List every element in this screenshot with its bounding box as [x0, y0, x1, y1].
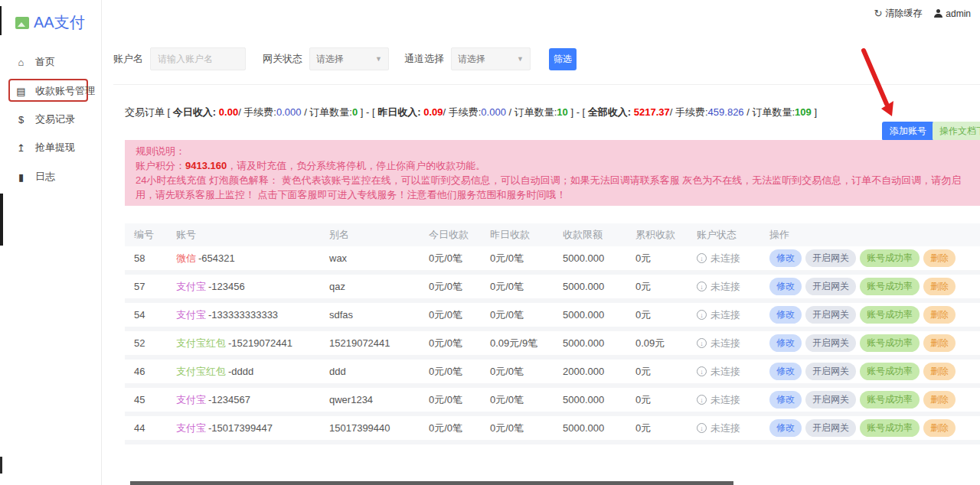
account-type: 支付宝红包 [176, 366, 226, 377]
account-name-input[interactable] [150, 47, 246, 70]
cell-limit: 5000.000 [554, 422, 626, 434]
sidebar: AA支付 ⌂ 首页 ▤ 收款账号管理 $ 交易记录 ↥ 抢单提现 ▮ 日志 [0, 0, 102, 485]
edit-button[interactable]: 修改 [769, 278, 802, 295]
success-rate-button[interactable]: 账号成功率 [860, 391, 920, 409]
brand-logo[interactable]: AA支付 [15, 12, 85, 33]
sidebar-item-account-mgmt[interactable]: ▤ 收款账号管理 [15, 84, 95, 98]
status-label: 未连接 [710, 308, 740, 322]
delete-button[interactable]: 删除 [923, 363, 956, 380]
sidebar-item-label: 日志 [35, 170, 55, 184]
cell-alias: qaz [320, 281, 420, 292]
cell-alias: ddd [320, 366, 420, 377]
add-account-button[interactable]: 添加账号 [882, 122, 934, 141]
cell-limit: 5000.000 [554, 337, 626, 349]
success-rate-button[interactable]: 账号成功率 [860, 419, 920, 437]
open-gateway-button[interactable]: 开启网关 [805, 249, 856, 267]
cell-id: 58 [125, 252, 167, 264]
success-rate-button[interactable]: 账号成功率 [860, 249, 920, 267]
cell-limit: 5000.000 [554, 252, 626, 264]
edit-button[interactable]: 修改 [769, 306, 802, 324]
notice-title: 规则说明： [136, 144, 969, 158]
gateway-status-label: 网关状态 [263, 52, 302, 66]
total-count-value: 109 [795, 106, 812, 118]
home-icon: ⌂ [15, 57, 27, 68]
yesterday-fee-value: 0.000 [481, 106, 506, 118]
account-type: 支付宝 [176, 309, 206, 321]
edit-button[interactable]: 修改 [769, 391, 802, 409]
delete-button[interactable]: 删除 [923, 334, 956, 352]
edit-button[interactable]: 修改 [769, 363, 802, 380]
cell-actions: 修改开启网关账号成功率删除 [760, 306, 980, 324]
notice-body: 24小时在线充值 灯泡颜色解释： 黄色代表该账号监控在线，可以监听到交易信息，可… [136, 173, 969, 202]
edit-button[interactable]: 修改 [769, 249, 802, 267]
edit-button[interactable]: 修改 [769, 334, 802, 352]
cell-id: 44 [125, 422, 167, 434]
delete-button[interactable]: 删除 [923, 306, 956, 324]
total-income-label: 全部收入: [588, 106, 631, 118]
doc-download-button[interactable]: 操作文档下载 [933, 122, 980, 141]
success-rate-button[interactable]: 账号成功率 [860, 334, 920, 352]
cell-today: 0元/0笔 [420, 252, 481, 265]
filter-submit-button[interactable]: 筛选 [549, 48, 577, 70]
cell-id: 46 [125, 366, 167, 377]
sidebar-item-transactions[interactable]: $ 交易记录 [15, 112, 75, 126]
open-gateway-button[interactable]: 开启网关 [805, 278, 856, 295]
cell-status: ↓未连接 [688, 308, 760, 322]
divider [113, 84, 980, 85]
gateway-status-select[interactable]: 请选择 ▼ [309, 47, 389, 70]
cell-actions: 修改开启网关账号成功率删除 [760, 363, 980, 380]
delete-button[interactable]: 删除 [923, 419, 956, 437]
cell-today: 0元/0笔 [420, 308, 481, 322]
cell-yesterday: 0元/0笔 [481, 280, 554, 294]
delete-button[interactable]: 删除 [923, 391, 956, 409]
disconnected-icon: ↓ [697, 338, 707, 348]
cell-id: 52 [125, 337, 167, 349]
scan-artifact [130, 481, 733, 485]
cell-id: 57 [125, 281, 167, 292]
cell-today: 0元/0笔 [420, 422, 481, 435]
clear-cache-button[interactable]: ↻ 清除缓存 [874, 7, 922, 20]
col-alias: 别名 [320, 228, 420, 242]
col-yesterday: 昨日收款 [481, 228, 554, 242]
delete-button[interactable]: 删除 [923, 249, 956, 267]
open-gateway-button[interactable]: 开启网关 [805, 419, 856, 437]
success-rate-button[interactable]: 账号成功率 [860, 363, 920, 380]
clear-cache-label: 清除缓存 [885, 7, 922, 20]
sidebar-item-home[interactable]: ⌂ 首页 [15, 55, 55, 69]
gateway-status-value: 请选择 [316, 53, 344, 66]
cell-alias: qwer1234 [320, 394, 420, 405]
col-id: 编号 [125, 228, 167, 242]
user-menu[interactable]: admin [934, 8, 971, 19]
cell-actions: 修改开启网关账号成功率删除 [760, 419, 980, 437]
cell-alias: 15017399440 [320, 422, 420, 434]
cell-today: 0元/0笔 [420, 280, 481, 294]
scan-artifact [0, 194, 3, 246]
account-name-label: 账户名 [113, 52, 143, 66]
sidebar-item-logs[interactable]: ▮ 日志 [15, 170, 55, 184]
open-gateway-button[interactable]: 开启网关 [805, 334, 856, 352]
disconnected-icon: ↓ [697, 395, 707, 405]
dollar-icon: $ [15, 114, 27, 125]
disconnected-icon: ↓ [697, 423, 707, 433]
open-gateway-button[interactable]: 开启网关 [805, 363, 856, 380]
edit-button[interactable]: 修改 [769, 419, 802, 437]
scan-artifact [0, 457, 2, 474]
cell-limit: 5000.000 [554, 394, 626, 405]
channel-select[interactable]: 请选择 ▼ [451, 47, 531, 70]
sidebar-item-withdraw[interactable]: ↥ 抢单提现 [15, 141, 75, 155]
chevron-down-icon: ▼ [517, 55, 524, 63]
total-fee-value: 459.826 [708, 106, 744, 118]
open-gateway-button[interactable]: 开启网关 [805, 306, 856, 324]
today-income-value: 0.00 [219, 106, 238, 118]
cell-id: 54 [125, 309, 167, 321]
account-number: -15017399447 [208, 422, 273, 434]
success-rate-button[interactable]: 账号成功率 [860, 306, 920, 324]
rules-notice: 规则说明： 账户积分：9413.160，请及时充值，负分系统将停机，停止你商户的… [125, 140, 980, 206]
delete-button[interactable]: 删除 [923, 278, 956, 295]
cell-account: 支付宝红包-15219072441 [167, 337, 320, 350]
success-rate-button[interactable]: 账号成功率 [860, 278, 920, 295]
cell-today: 0元/0笔 [420, 365, 481, 379]
cell-status: ↓未连接 [688, 422, 760, 435]
open-gateway-button[interactable]: 开启网关 [805, 391, 856, 409]
cell-limit: 2000.000 [554, 366, 626, 377]
